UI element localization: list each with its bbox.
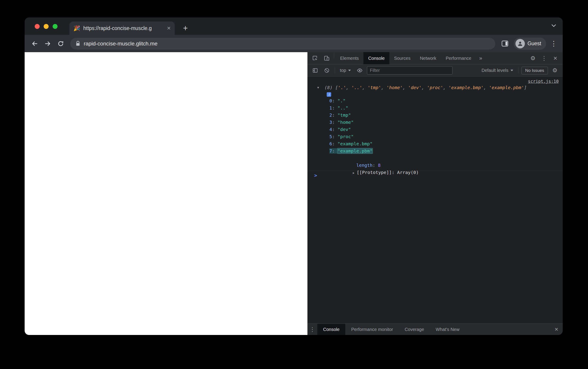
expander-open-icon[interactable]: ▾ [317, 84, 319, 91]
devtools-menu-icon[interactable]: ⋮ [539, 52, 549, 64]
minimize-window-button[interactable] [44, 24, 49, 29]
array-entry-5: 5: "proc" [307, 133, 563, 140]
forward-icon[interactable] [42, 38, 54, 50]
inspect-element-icon[interactable] [309, 52, 321, 64]
drawer-tab-coverage[interactable]: Coverage [399, 324, 430, 335]
chevron-down-icon [510, 70, 513, 71]
devtools-panel-tabs: ElementsConsoleSourcesNetworkPerformance [335, 52, 476, 64]
tab-title: https://rapid-concise-muscle.g [83, 25, 164, 31]
devtools-tab-bar: ElementsConsoleSourcesNetworkPerformance… [307, 52, 563, 64]
tab-strip: 🎉 https://rapid-concise-muscle.g × + [25, 18, 563, 35]
clear-console-icon[interactable] [322, 68, 332, 73]
omnibox[interactable]: rapid-concise-muscle.glitch.me [70, 38, 495, 50]
devtools-settings-gear-icon[interactable]: ⚙ [528, 52, 538, 64]
array-entry-0: 0: "." [307, 97, 563, 104]
prototype-label: [[Prototype]] [357, 170, 392, 175]
evaluated-info-row: i [307, 91, 563, 97]
array-entry-3: 3: "home" [307, 119, 563, 126]
drawer-menu-icon[interactable]: ⋮ [307, 324, 317, 335]
preview-item: 'proc' [427, 85, 443, 90]
preview-item: 'tmp' [368, 85, 381, 90]
drawer-tabs: ConsolePerformance monitorCoverageWhat's… [317, 324, 465, 335]
devtools-panel: ElementsConsoleSourcesNetworkPerformance… [307, 52, 563, 335]
lock-icon [76, 41, 80, 46]
log-levels-label: Default levels [481, 68, 508, 73]
drawer-tab-console[interactable]: Console [317, 324, 345, 335]
devtools-drawer: ⋮ ConsolePerformance monitorCoverageWhat… [307, 324, 563, 335]
array-entries: 0: "."1: ".."2: "tmp"3: "home"4: "dev"5:… [307, 97, 563, 154]
devtools-tab-console[interactable]: Console [364, 52, 389, 64]
party-popper-favicon-icon: 🎉 [73, 25, 80, 31]
preview-item: '.' [338, 85, 346, 90]
length-value: 8 [378, 163, 381, 168]
preview-item: 'example.bmp' [448, 85, 484, 90]
profile-label: Guest [527, 41, 541, 47]
page-content [25, 52, 307, 335]
devtools-tab-network[interactable]: Network [415, 52, 441, 64]
divider [335, 67, 335, 74]
more-tabs-icon[interactable]: » [476, 52, 485, 64]
browser-tab[interactable]: 🎉 https://rapid-concise-muscle.g × [70, 21, 175, 35]
device-toolbar-icon[interactable] [321, 52, 333, 64]
tab-close-icon[interactable]: × [167, 25, 171, 31]
drawer-close-icon[interactable]: × [550, 324, 563, 335]
preview-item: '..' [351, 85, 362, 90]
divider [518, 67, 518, 74]
bracket-close: ] [524, 85, 527, 90]
tab-search-chevron-icon[interactable] [551, 24, 556, 27]
array-entry-2: 2: "tmp" [307, 112, 563, 119]
side-panel-icon[interactable] [499, 38, 511, 50]
drawer-tab-performance-monitor[interactable]: Performance monitor [345, 324, 399, 335]
length-label: length [356, 163, 372, 168]
preview-item: 'home' [386, 85, 403, 90]
devtools-tab-sources[interactable]: Sources [389, 52, 415, 64]
devtools-tab-performance[interactable]: Performance [441, 52, 476, 64]
console-output: script.js:10 ▾ (8) ['.', '..', 'tmp', 'h… [307, 77, 563, 324]
array-entry-6: 6: "example.bmp" [307, 140, 563, 147]
array-count: (8) [324, 85, 333, 90]
array-length-row: length: 8 [307, 154, 563, 162]
live-expression-eye-icon[interactable] [355, 67, 365, 73]
context-selector-dropdown[interactable]: top [338, 68, 353, 73]
prompt-chevron-icon: > [314, 173, 317, 178]
browser-window: 🎉 https://rapid-concise-muscle.g × + rap… [25, 18, 563, 335]
array-entry-1: 1: ".." [307, 104, 563, 112]
array-entry-7: 7: "example.pbm" [307, 147, 563, 154]
context-selector-label: top [340, 68, 346, 73]
console-sidebar-toggle-icon[interactable] [310, 68, 320, 73]
array-preview-row[interactable]: ▾ (8) ['.', '..', 'tmp', 'home', 'dev', … [307, 84, 563, 91]
avatar-icon [516, 39, 525, 48]
info-icon[interactable]: i [327, 92, 331, 97]
array-preview-items: '.', '..', 'tmp', 'home', 'dev', 'proc',… [338, 85, 524, 90]
zoom-window-button[interactable] [53, 24, 58, 29]
traffic-lights [35, 24, 58, 29]
divider [334, 52, 334, 58]
new-tab-button[interactable]: + [181, 23, 190, 33]
reload-icon[interactable] [55, 38, 67, 50]
issues-badge[interactable]: No Issues [521, 67, 548, 74]
array-entry-4: 4: "dev" [307, 126, 563, 133]
bracket-open: [ [335, 85, 338, 90]
back-icon[interactable] [29, 38, 41, 50]
preview-item: 'example.pbm' [489, 85, 524, 90]
log-levels-dropdown[interactable]: Default levels [480, 68, 515, 73]
drawer-tab-what-s-new[interactable]: What's New [430, 324, 465, 335]
address-bar: rapid-concise-muscle.glitch.me Guest ⋮ [25, 35, 563, 52]
devtools-close-icon[interactable]: × [550, 52, 560, 64]
devtools-tab-elements[interactable]: Elements [335, 52, 364, 64]
profile-button[interactable]: Guest [514, 38, 546, 50]
preview-item: 'dev' [408, 85, 421, 90]
filter-input[interactable] [367, 66, 453, 75]
console-toolbar: top Default levels No Issues ⚙ [307, 64, 563, 77]
console-source-link[interactable]: script.js:10 [528, 79, 559, 84]
expander-closed-icon[interactable]: ▸ [353, 171, 355, 175]
close-window-button[interactable] [35, 24, 40, 29]
browser-menu-icon[interactable]: ⋮ [549, 40, 559, 48]
console-settings-gear-icon[interactable]: ⚙ [550, 66, 560, 75]
prototype-value: Array(0) [397, 170, 419, 175]
chevron-down-icon [348, 70, 351, 71]
url-text: rapid-concise-muscle.glitch.me [84, 41, 157, 47]
